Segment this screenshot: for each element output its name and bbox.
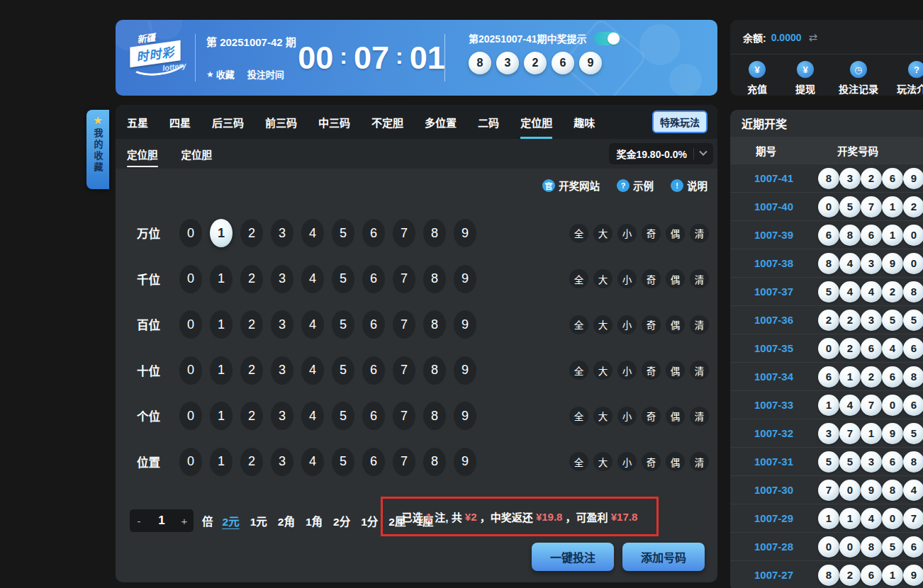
number-3[interactable]: 3 [271,219,293,247]
number-8[interactable]: 8 [423,402,446,430]
special-play-button[interactable]: 特殊玩法 [652,111,707,133]
number-4[interactable]: 4 [301,356,324,385]
number-6[interactable]: 6 [362,448,385,476]
quick-大[interactable]: 大 [593,452,612,471]
action-充值[interactable]: ¥充值 [742,61,773,96]
number-7[interactable]: 7 [393,310,415,339]
sidebar-item-favorites[interactable]: ★ 我的收藏 [86,110,109,189]
number-5[interactable]: 5 [332,402,354,430]
number-7[interactable]: 7 [393,356,415,385]
quick-全[interactable]: 全 [569,361,588,380]
refresh-balance-icon[interactable]: ⇄ [809,31,818,44]
quick-清[interactable]: 清 [690,224,709,243]
number-3[interactable]: 3 [271,448,293,476]
quick-全[interactable]: 全 [569,224,588,243]
number-7[interactable]: 7 [393,219,415,247]
number-0[interactable]: 0 [179,265,202,293]
period-link[interactable]: 1007-38 [754,257,805,269]
number-2[interactable]: 2 [240,448,263,476]
number-2[interactable]: 2 [240,310,263,339]
quick-清[interactable]: 清 [690,269,709,288]
quick-奇[interactable]: 奇 [642,224,661,243]
quick-偶[interactable]: 偶 [666,315,685,334]
link-示例[interactable]: ?示例 [617,178,654,193]
number-3[interactable]: 3 [271,402,293,430]
denom-2分[interactable]: 2分 [333,513,350,528]
action-提现[interactable]: ¥提现 [790,61,821,96]
period-link[interactable]: 1007-36 [754,314,805,326]
tab-五星[interactable]: 五星 [127,105,148,139]
decrease-button[interactable]: - [130,515,148,527]
number-1[interactable]: 1 [210,265,233,293]
period-link[interactable]: 1007-32 [754,427,805,439]
tab-前三码[interactable]: 前三码 [265,105,297,139]
period-link[interactable]: 1007-33 [754,399,805,411]
number-9[interactable]: 9 [454,219,476,247]
quick-偶[interactable]: 偶 [666,224,685,243]
number-9[interactable]: 9 [454,265,476,293]
number-4[interactable]: 4 [301,265,324,293]
period-link[interactable]: 1007-27 [754,569,805,581]
quick-奇[interactable]: 奇 [642,269,661,288]
number-3[interactable]: 3 [271,310,293,339]
number-7[interactable]: 7 [393,402,415,430]
number-8[interactable]: 8 [423,310,446,339]
number-0[interactable]: 0 [179,402,202,430]
number-1[interactable]: 1 [210,448,233,476]
period-link[interactable]: 1007-29 [754,512,805,524]
number-9[interactable]: 9 [454,448,476,476]
quick-小[interactable]: 小 [617,269,637,288]
link-说明[interactable]: !说明 [671,178,707,193]
quick-全[interactable]: 全 [569,315,588,334]
denom-2元[interactable]: 2元 [223,513,240,528]
quick-清[interactable]: 清 [690,452,709,471]
add-number-button[interactable]: 添加号码 [622,543,705,571]
denom-1元[interactable]: 1元 [250,513,267,528]
period-link[interactable]: 1007-40 [754,200,805,213]
quick-偶[interactable]: 偶 [666,452,685,471]
number-6[interactable]: 6 [362,310,385,339]
win-tip-toggle[interactable] [594,32,620,45]
period-link[interactable]: 1007-28 [754,541,805,553]
quick-全[interactable]: 全 [569,452,588,471]
tab-趣味[interactable]: 趣味 [574,105,595,139]
tab-不定胆[interactable]: 不定胆 [371,105,403,139]
period-link[interactable]: 1007-34 [754,371,805,383]
prize-dropdown[interactable]: 奖金19.80-0.0% [609,143,713,164]
quick-奇[interactable]: 奇 [642,315,661,334]
favorite-button[interactable]: ★ 收藏 [206,67,235,81]
number-8[interactable]: 8 [423,265,446,293]
number-1[interactable]: 1 [210,310,233,339]
one-key-bet-button[interactable]: 一键投注 [532,543,614,571]
number-1[interactable]: 1 [210,219,233,247]
denom-2角[interactable]: 2角 [278,513,295,528]
number-1[interactable]: 1 [210,402,233,430]
quick-偶[interactable]: 偶 [666,361,685,380]
quick-小[interactable]: 小 [617,315,637,334]
tab-定位胆[interactable]: 定位胆 [520,105,552,139]
number-8[interactable]: 8 [423,356,446,385]
number-7[interactable]: 7 [393,265,415,293]
quick-小[interactable]: 小 [617,407,637,426]
number-1[interactable]: 1 [210,356,233,385]
number-6[interactable]: 6 [362,219,385,247]
quick-偶[interactable]: 偶 [666,269,685,288]
tab-多位置[interactable]: 多位置 [425,105,457,139]
link-开奖网站[interactable]: 官开奖网站 [542,178,600,193]
quick-大[interactable]: 大 [593,315,612,334]
number-3[interactable]: 3 [271,356,293,385]
number-8[interactable]: 8 [423,448,446,476]
period-link[interactable]: 1007-39 [754,229,805,241]
number-9[interactable]: 9 [454,310,476,339]
multiplier-value[interactable]: 1 [148,514,175,528]
number-6[interactable]: 6 [362,265,385,293]
quick-偶[interactable]: 偶 [666,407,685,426]
quick-奇[interactable]: 奇 [642,452,661,471]
tab-二码[interactable]: 二码 [478,105,499,139]
number-2[interactable]: 2 [240,356,263,385]
number-7[interactable]: 7 [393,448,415,476]
period-link[interactable]: 1007-30 [754,484,805,496]
denom-1分[interactable]: 1分 [361,513,378,528]
bet-time-link[interactable]: 投注时间 [247,67,284,81]
quick-奇[interactable]: 奇 [642,361,661,380]
